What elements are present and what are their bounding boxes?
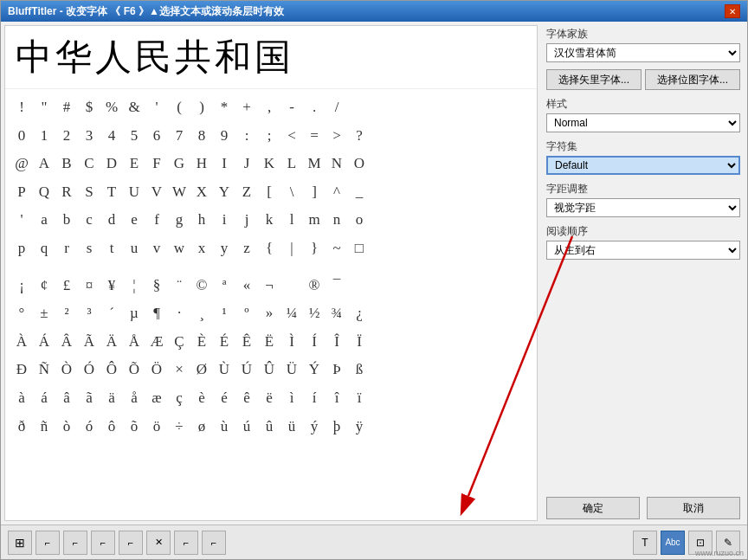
char-item[interactable]: ¶ bbox=[147, 300, 166, 327]
toolbar-btn-text[interactable]: T bbox=[633, 531, 657, 555]
char-item[interactable]: b bbox=[57, 207, 76, 234]
char-item[interactable]: i bbox=[215, 207, 234, 234]
char-item[interactable]: õ bbox=[125, 414, 144, 441]
char-item[interactable]: j bbox=[237, 207, 256, 234]
char-item[interactable]: l bbox=[282, 207, 301, 234]
font-family-select[interactable]: 汉仪雪君体简 bbox=[546, 43, 740, 62]
char-item[interactable]: B bbox=[57, 151, 76, 177]
char-item[interactable]: 9 bbox=[215, 123, 234, 150]
char-item[interactable]: K bbox=[260, 151, 279, 177]
char-item[interactable]: Î bbox=[327, 329, 346, 356]
char-item[interactable]: ã bbox=[80, 385, 99, 412]
char-item[interactable]: ´ bbox=[102, 300, 121, 327]
char-item[interactable]: $ bbox=[80, 94, 99, 121]
char-item[interactable]: } bbox=[305, 235, 324, 262]
char-item[interactable]: [ bbox=[260, 179, 279, 206]
char-item[interactable]: Ü bbox=[282, 357, 301, 383]
char-item[interactable]: Ä bbox=[102, 329, 121, 356]
char-item[interactable]: § bbox=[147, 273, 166, 299]
char-item[interactable]: ß bbox=[350, 357, 369, 383]
char-item[interactable]: Ç bbox=[170, 329, 189, 356]
char-item[interactable]: ) bbox=[192, 94, 211, 121]
char-item[interactable]: 6 bbox=[147, 123, 166, 150]
char-item[interactable]: G bbox=[170, 151, 189, 177]
char-item[interactable]: Ó bbox=[80, 357, 99, 383]
char-item[interactable]: Ì bbox=[282, 329, 301, 356]
bitmap-font-button[interactable]: 选择位图字体... bbox=[645, 69, 740, 90]
char-item[interactable]: , bbox=[260, 94, 279, 121]
char-item[interactable]: % bbox=[102, 94, 121, 121]
char-item[interactable]: x bbox=[192, 235, 211, 262]
char-item[interactable]: ¯ bbox=[327, 273, 346, 299]
char-item[interactable]: n bbox=[327, 207, 346, 234]
char-item[interactable]: ; bbox=[260, 123, 279, 150]
char-item[interactable]: r bbox=[57, 235, 76, 262]
char-item[interactable]: à bbox=[12, 385, 31, 412]
char-item[interactable]: v bbox=[147, 235, 166, 262]
char-item[interactable]: ä bbox=[102, 385, 121, 412]
char-item[interactable]: Ù bbox=[215, 357, 234, 383]
toolbar-btn-7[interactable]: ⌐ bbox=[174, 531, 198, 555]
char-item[interactable]: 5 bbox=[125, 123, 144, 150]
char-item[interactable]: z bbox=[237, 235, 256, 262]
char-item[interactable]: ± bbox=[35, 300, 54, 327]
char-item[interactable]: O bbox=[350, 151, 369, 177]
char-item[interactable]: ò bbox=[57, 414, 76, 441]
char-item[interactable]: ü bbox=[282, 414, 301, 441]
char-item[interactable]: Ö bbox=[147, 357, 166, 383]
char-item[interactable]: â bbox=[57, 385, 76, 412]
char-item[interactable]: Ô bbox=[102, 357, 121, 383]
char-item[interactable]: ½ bbox=[305, 300, 324, 327]
char-item[interactable]: © bbox=[192, 273, 211, 299]
char-item[interactable]: > bbox=[327, 123, 346, 150]
charset-select[interactable]: Default bbox=[546, 156, 740, 175]
char-item[interactable]: ô bbox=[102, 414, 121, 441]
char-item[interactable]: ú bbox=[237, 414, 256, 441]
char-item[interactable]: å bbox=[125, 385, 144, 412]
char-item[interactable]: Ú bbox=[237, 357, 256, 383]
toolbar-btn-4[interactable]: ⌐ bbox=[91, 531, 115, 555]
char-item[interactable]: ¦ bbox=[125, 273, 144, 299]
toolbar-btn-8[interactable]: ⌐ bbox=[202, 531, 226, 555]
char-item[interactable]: ð bbox=[12, 414, 31, 441]
char-item[interactable]: Ê bbox=[237, 329, 256, 356]
char-item[interactable]: / bbox=[327, 94, 346, 121]
char-item[interactable]: Ã bbox=[80, 329, 99, 356]
char-item[interactable]: Ï bbox=[350, 329, 369, 356]
char-item[interactable]: ] bbox=[305, 179, 324, 206]
char-item[interactable]: þ bbox=[327, 414, 346, 441]
char-item[interactable]: 8 bbox=[192, 123, 211, 150]
char-item[interactable]: T bbox=[102, 179, 121, 206]
char-item[interactable]: S bbox=[80, 179, 99, 206]
char-item[interactable]: Y bbox=[215, 179, 234, 206]
char-item[interactable]: M bbox=[305, 151, 324, 177]
char-item[interactable]: « bbox=[237, 273, 256, 299]
char-item[interactable]: P bbox=[12, 179, 31, 206]
char-item[interactable]: I bbox=[215, 151, 234, 177]
char-item[interactable]: " bbox=[35, 94, 54, 121]
toolbar-btn-1[interactable]: ⊞ bbox=[8, 531, 32, 555]
char-item[interactable]: * bbox=[215, 94, 234, 121]
char-item[interactable]: a bbox=[35, 207, 54, 234]
char-item[interactable]: h bbox=[192, 207, 211, 234]
char-item[interactable]: H bbox=[192, 151, 211, 177]
char-item[interactable]: | bbox=[282, 235, 301, 262]
char-item[interactable]: Þ bbox=[327, 357, 346, 383]
vector-font-button[interactable]: 选择矢里字体... bbox=[546, 69, 642, 90]
char-item[interactable]: Â bbox=[57, 329, 76, 356]
char-item[interactable]: @ bbox=[12, 151, 31, 177]
char-item[interactable]: ¬ bbox=[260, 273, 279, 299]
char-item[interactable]: È bbox=[192, 329, 211, 356]
char-item[interactable]: □ bbox=[350, 235, 369, 262]
char-item[interactable]: ÷ bbox=[170, 414, 189, 441]
char-item[interactable]: £ bbox=[57, 273, 76, 299]
char-item[interactable]: ¾ bbox=[327, 300, 346, 327]
char-item[interactable]: ^ bbox=[327, 179, 346, 206]
char-item[interactable]: \ bbox=[282, 179, 301, 206]
char-item[interactable]: o bbox=[350, 207, 369, 234]
char-item[interactable]: # bbox=[57, 94, 76, 121]
char-item[interactable]: Ø bbox=[192, 357, 211, 383]
char-item[interactable]: L bbox=[282, 151, 301, 177]
toolbar-btn-3[interactable]: ⌐ bbox=[63, 531, 87, 555]
char-item[interactable]: w bbox=[170, 235, 189, 262]
